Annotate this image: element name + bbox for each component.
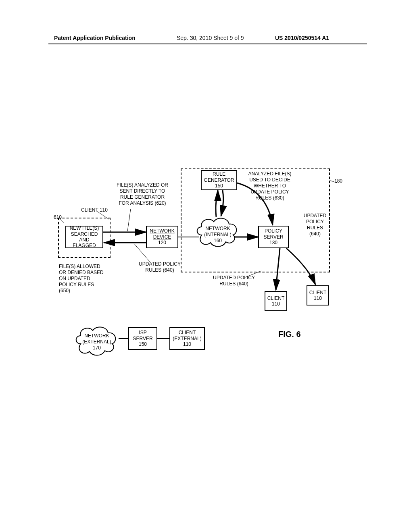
box-client-external: CLIENT (EXTERNAL) 110 [169, 327, 205, 350]
figure-label: FIG. 6 [278, 330, 301, 339]
header-left: Patent Application Publication [54, 35, 136, 41]
box-policy-server: POLICY SERVER 130 [258, 226, 289, 248]
label-610: 610 [52, 214, 64, 220]
cloud-internal-label: NETWORK (INTERNAL) 160 [202, 226, 234, 244]
label-180: 180 [332, 178, 344, 184]
svg-line-3 [127, 209, 131, 231]
label-client110: CLIENT 110 [78, 207, 111, 213]
label-updated-rules-mid2: UPDATED POLICY RULES (640) [210, 275, 258, 287]
box-rule-generator: RULE GENERATOR 150 [201, 170, 237, 190]
box-network-device-line3: 120 [158, 240, 166, 245]
label-analyzed-decide: ANALYZED FILE(S) USED TO DECIDE WHETHER … [244, 171, 296, 201]
box-client-b: CLIENT 110 [307, 285, 329, 305]
label-allowed-denied: FILE(S) ALLOWED OR DENIED BASED ON UPDAT… [59, 264, 111, 294]
label-updated-rules-right: UPDATED POLICY RULES (640) [301, 213, 329, 237]
cloud-external-label: NETWORK (EXTERNAL) 170 [80, 333, 114, 351]
box-network-device-line1: NETWORK [150, 228, 174, 234]
box-network-device: NETWORK DEVICE 120 [146, 226, 178, 248]
box-client-a: CLIENT 110 [265, 291, 287, 311]
header-mid: Sep. 30, 2010 Sheet 9 of 9 [177, 35, 244, 41]
box-network-device-line2: DEVICE [153, 234, 171, 240]
box-isp-server: ISP SERVER 150 [128, 327, 157, 350]
header-right: US 2010/0250514 A1 [275, 35, 329, 41]
header-rule [48, 44, 367, 44]
page: Patent Application Publication Sep. 30, … [0, 0, 413, 532]
label-file-analyzed: FILE(S) ANALYZED OR SENT DIRECTLY TO RUL… [112, 182, 173, 206]
label-updated-rules-mid: UPDATED POLICY RULES (640) [136, 261, 184, 273]
diagram-area: NEW FILE(S) SEARCHED AND FLAGGED NETWORK… [48, 168, 371, 394]
box-new-files: NEW FILE(S) SEARCHED AND FLAGGED [65, 226, 103, 248]
